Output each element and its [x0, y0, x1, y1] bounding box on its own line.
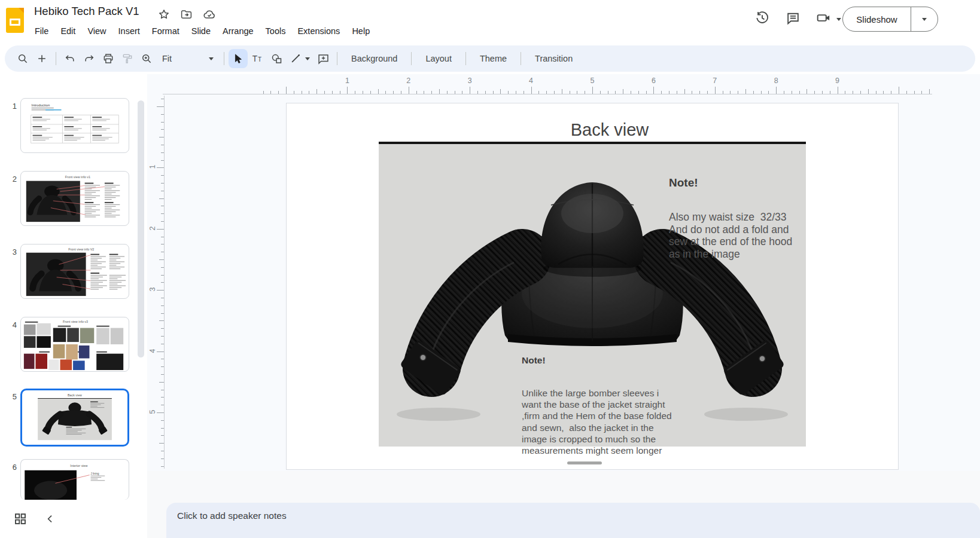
ruler-tick [830, 91, 830, 94]
zoom-in-icon[interactable] [137, 49, 156, 68]
meet-camera-icon[interactable] [816, 10, 832, 28]
meet-dropdown-icon[interactable] [836, 18, 841, 21]
menu-extensions[interactable]: Extensions [291, 23, 346, 39]
ruler-tick [270, 91, 271, 94]
ruler-tick [161, 374, 164, 375]
speaker-notes-input[interactable]: Click to add speaker notes [166, 503, 980, 538]
ruler-tick [792, 91, 792, 94]
ruler-tick [891, 91, 891, 94]
ruler-tick [161, 451, 164, 451]
cloud-saved-icon[interactable] [203, 8, 216, 23]
slideshow-dropdown[interactable] [911, 7, 938, 31]
ruler-tick [278, 91, 279, 94]
menu-arrange[interactable]: Arrange [217, 23, 260, 39]
insert-comment-icon[interactable] [314, 49, 333, 68]
ruler-tick [646, 91, 647, 94]
slides-logo-icon[interactable] [6, 8, 24, 33]
svg-text:Front view info V2: Front view info V2 [68, 247, 94, 251]
ruler-tick [776, 87, 777, 94]
ruler-tick [806, 89, 807, 94]
slide-thumbnail-4[interactable]: Front view info v3 [20, 317, 129, 372]
paint-format-icon[interactable] [118, 49, 137, 68]
slide-number: 2 [5, 175, 17, 184]
line-tool[interactable] [286, 49, 305, 68]
comments-icon[interactable] [786, 11, 801, 28]
slide-thumbnail-1[interactable]: Introduction [20, 98, 129, 153]
menu-insert[interactable]: Insert [112, 23, 146, 39]
ruler-tick [906, 91, 907, 94]
ruler-tick [161, 336, 164, 337]
filmstrip-scrollbar[interactable] [138, 100, 144, 357]
move-folder-icon[interactable] [180, 8, 193, 23]
menu-slide[interactable]: Slide [185, 23, 217, 39]
ruler-tick [822, 91, 823, 94]
ruler-tick [868, 89, 869, 94]
ruler-tick [161, 405, 164, 405]
slide-thumbnail-2[interactable]: Front view info v1 [20, 171, 129, 226]
menu-view[interactable]: View [81, 23, 112, 39]
version-history-icon[interactable] [754, 10, 770, 28]
note-bottom-textbox[interactable]: Note! Unlike the large bomber sleeves i … [522, 333, 682, 478]
jacket-back-photo[interactable]: Note! Also my waist size 32/33 And do no… [379, 144, 806, 447]
ruler-tick [431, 91, 432, 94]
ruler-tick [753, 91, 754, 94]
line-dropdown-icon[interactable] [305, 57, 310, 60]
background-button[interactable]: Background [342, 48, 407, 69]
ruler-tick [554, 91, 555, 94]
ruler-tick [416, 91, 417, 94]
layout-button[interactable]: Layout [416, 48, 461, 69]
slide-title[interactable]: Back view [287, 120, 933, 140]
svg-text:T: T [252, 54, 258, 63]
search-menus-icon[interactable] [13, 49, 32, 68]
ruler-tick [370, 91, 371, 94]
document-title[interactable]: Hebiko Tech Pack V1 [34, 5, 139, 18]
slide-thumbnail-5-selected[interactable]: Back view [20, 389, 129, 447]
top-bar: Hebiko Tech Pack V1 File Edit View Inser… [0, 0, 980, 42]
ruler-tick [631, 91, 631, 94]
redo-icon[interactable] [80, 49, 99, 68]
menu-format[interactable]: Format [146, 23, 185, 39]
ruler-tick [500, 89, 501, 94]
ruler-tick [161, 435, 164, 436]
ruler-tick [161, 145, 164, 145]
slide-thumbnail-6[interactable]: Interior view J lining [20, 459, 129, 500]
slideshow-button[interactable]: Slideshow [842, 7, 938, 32]
chevron-down-icon [209, 57, 214, 60]
slide-canvas[interactable]: Back view [286, 103, 899, 470]
ruler-tick [161, 114, 164, 115]
text-box-tool[interactable]: TT [248, 49, 267, 68]
ruler-tick [914, 91, 915, 94]
ruler-tick [692, 91, 692, 94]
star-icon[interactable] [158, 8, 170, 23]
note-top-textbox[interactable]: Note! Also my waist size 32/33 And do no… [669, 155, 808, 282]
ruler-tick [745, 89, 746, 94]
transition-button[interactable]: Transition [525, 48, 582, 69]
theme-button[interactable]: Theme [470, 48, 516, 69]
menu-help[interactable]: Help [346, 23, 376, 39]
ruler-tick [161, 390, 164, 390]
ruler-tick [161, 129, 164, 130]
shapes-tool[interactable] [267, 49, 286, 68]
select-tool[interactable] [229, 49, 248, 68]
ruler-number: 2 [148, 224, 157, 233]
notes-resize-handle[interactable] [567, 461, 602, 464]
svg-text:Introduction: Introduction [32, 103, 50, 107]
ruler-tick [378, 89, 379, 94]
ruler-tick [157, 167, 164, 168]
ruler-tick [784, 91, 784, 94]
collapse-filmstrip-icon[interactable] [44, 513, 56, 527]
slide-number: 3 [5, 247, 17, 256]
menu-file[interactable]: File [29, 23, 54, 39]
print-icon[interactable] [99, 49, 118, 68]
ruler-number: 9 [835, 77, 839, 85]
menu-edit[interactable]: Edit [54, 23, 81, 39]
note-body: Unlike the large bomber sleeves i want t… [522, 387, 682, 456]
svg-text:Interior view: Interior view [70, 464, 87, 467]
zoom-select[interactable]: Fit [156, 49, 220, 68]
undo-icon[interactable] [60, 49, 80, 68]
slide-thumbnail-3[interactable]: Front view info V2 [20, 244, 129, 299]
grid-view-icon[interactable] [13, 512, 28, 528]
new-slide-plus-icon[interactable] [32, 49, 51, 68]
menu-tools[interactable]: Tools [260, 23, 292, 39]
ruler-number: 1 [148, 163, 157, 171]
